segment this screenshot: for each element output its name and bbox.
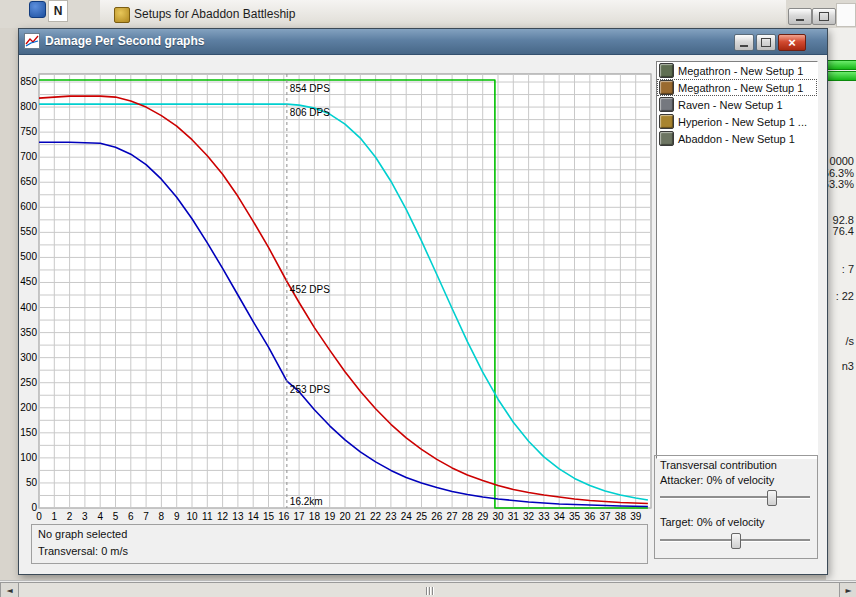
scroll-right-button[interactable]: ► [839, 582, 856, 597]
background-minimize-button[interactable] [788, 8, 812, 25]
ship-icon [659, 131, 674, 146]
y-tick-label: 150 [20, 427, 37, 438]
x-tick-label: 2 [67, 511, 73, 522]
minimize-icon [740, 45, 748, 47]
x-tick-label: 15 [263, 511, 275, 522]
x-tick-label: 38 [615, 511, 627, 522]
x-tick-label: 28 [462, 511, 474, 522]
x-tick-label: 11 [202, 511, 213, 522]
progress-bar [826, 71, 856, 81]
grid-lines [39, 74, 651, 508]
y-tick-label: 400 [20, 302, 37, 313]
clipped-value: 0000 [830, 155, 854, 167]
background-maximize-button[interactable] [812, 8, 836, 25]
x-tick-label: 4 [97, 511, 103, 522]
legend-item-label: Abaddon - New Setup 1 [678, 133, 795, 145]
status-box: No graph selected Transversal: 0 m/s [31, 524, 648, 564]
y-tick-label: 600 [20, 201, 37, 212]
x-tick-label: 14 [248, 511, 260, 522]
setups-window-icon [114, 7, 130, 23]
attacker-velocity-label: Attacker: 0% of velocity [660, 474, 774, 486]
y-tick-label: 650 [20, 176, 37, 187]
minimize-button[interactable] [734, 34, 754, 51]
x-tick-label: 7 [143, 511, 149, 522]
background-window-fragment: 000056.3%63.3%92.876.4: 7: 22/sn3 [826, 28, 856, 580]
y-tick-label: 300 [20, 352, 37, 363]
marker-dps-label: 806 DPS [290, 107, 330, 118]
grip-icon [432, 587, 433, 595]
x-tick-label: 24 [401, 511, 413, 522]
x-tick-label: 8 [159, 511, 165, 522]
scroll-left-button[interactable]: ◄ [0, 582, 19, 597]
slider-thumb[interactable] [731, 533, 741, 549]
maximize-icon [819, 12, 829, 21]
screen: { "taskbar": { "n_label": "N" }, "backgr… [0, 0, 856, 597]
status-line-2: Transversal: 0 m/s [38, 545, 128, 557]
slider-thumb[interactable] [767, 490, 777, 506]
clipped-value: : 7 [842, 263, 854, 275]
transversal-panel: Transversal contribution Attacker: 0% of… [654, 455, 818, 559]
y-tick-label: 200 [20, 402, 37, 413]
y-tick-label: 700 [20, 151, 37, 162]
legend-item-label: Megathron - New Setup 1 [678, 82, 803, 94]
x-tick-label: 22 [370, 511, 382, 522]
maximize-button[interactable] [756, 34, 776, 51]
y-tick-label: 500 [20, 251, 37, 262]
x-tick-label: 33 [538, 511, 550, 522]
ship-icon [659, 97, 674, 112]
x-tick-label: 31 [508, 511, 520, 522]
x-tick-label: 23 [385, 511, 397, 522]
y-tick-label: 100 [20, 452, 37, 463]
legend-item[interactable]: Megathron - New Setup 1 [657, 62, 817, 79]
legend-item[interactable]: Megathron - New Setup 1 [657, 79, 817, 96]
background-window-title: Setups for Abaddon Battleship [134, 7, 295, 21]
arrow-right-icon: ► [845, 586, 851, 595]
legend-item-label: Raven - New Setup 1 [678, 99, 783, 111]
close-icon: × [788, 36, 796, 49]
attacker-velocity-slider[interactable] [660, 489, 810, 505]
y-tick-label: 350 [20, 327, 37, 338]
scroll-thumb[interactable] [18, 582, 840, 597]
transversal-title: Transversal contribution [660, 459, 777, 471]
close-button[interactable]: × [778, 34, 806, 51]
background-window-titlebar[interactable]: Setups for Abaddon Battleship [100, 0, 786, 28]
y-tick-label: 50 [26, 477, 38, 488]
x-tick-label: 26 [431, 511, 443, 522]
ship-icon [659, 114, 674, 129]
x-tick-label: 17 [294, 511, 306, 522]
fragment-letter: N [54, 4, 63, 18]
legend-item[interactable]: Hyperion - New Setup 1 ... [657, 113, 817, 130]
x-tick-label: 30 [492, 511, 504, 522]
graph-legend-list: Megathron - New Setup 1Megathron - New S… [656, 61, 818, 459]
x-tick-label: 0 [36, 511, 42, 522]
x-tick-label: 3 [82, 511, 88, 522]
y-tick-label: 850 [20, 76, 37, 87]
x-tick-label: 21 [355, 511, 367, 522]
x-tick-label: 34 [554, 511, 566, 522]
dps-chart[interactable]: 854 DPS806 DPS452 DPS253 DPS16.2km012345… [19, 69, 653, 523]
x-tick-label: 29 [477, 511, 489, 522]
legend-item[interactable]: Abaddon - New Setup 1 [657, 130, 817, 147]
marker-range-label: 16.2km [290, 496, 323, 507]
app-icon[interactable] [29, 1, 46, 18]
slider-track[interactable] [660, 496, 810, 498]
x-tick-label: 5 [113, 511, 119, 522]
x-tick-label: 12 [217, 511, 229, 522]
marker-dps-label: 253 DPS [290, 384, 330, 395]
x-tick-label: 1 [52, 511, 58, 522]
legend-item[interactable]: Raven - New Setup 1 [657, 96, 817, 113]
arrow-left-icon: ◄ [6, 586, 12, 595]
x-tick-label: 20 [339, 511, 351, 522]
dialog-title: Damage Per Second graphs [45, 34, 204, 48]
clipped-value: 76.4 [833, 225, 854, 237]
dialog-titlebar[interactable]: Damage Per Second graphs × [19, 29, 827, 55]
horizontal-scrollbar[interactable]: ◄ ► [0, 580, 856, 597]
x-tick-label: 39 [630, 511, 642, 522]
clipped-value: /s [845, 335, 854, 347]
x-tick-label: 32 [523, 511, 535, 522]
x-tick-label: 18 [309, 511, 321, 522]
target-velocity-slider[interactable] [660, 532, 810, 548]
x-tick-label: 36 [584, 511, 596, 522]
target-velocity-label: Target: 0% of velocity [660, 516, 765, 528]
grip-icon [429, 587, 430, 595]
